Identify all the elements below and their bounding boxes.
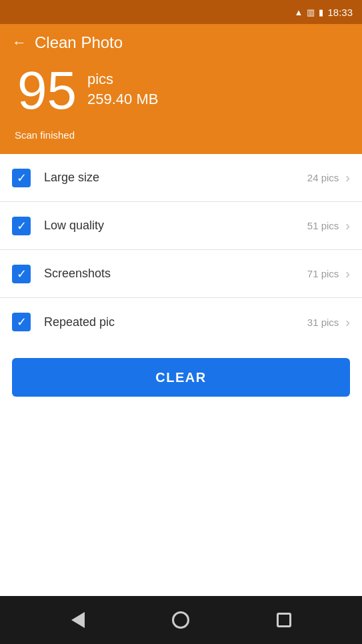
clear-section: CLEAR: [0, 346, 362, 413]
header: ← Clean Photo 95 pics 259.40 MB Scan fin…: [0, 24, 362, 154]
stat-mb-label: 259.40 MB: [87, 91, 158, 108]
scan-status: Scan finished: [12, 129, 350, 141]
nav-back-button[interactable]: [65, 607, 91, 633]
item-count: 51 pics: [307, 220, 339, 231]
nav-home-button[interactable]: [167, 607, 194, 633]
nav-recents-button[interactable]: [271, 607, 297, 633]
back-button[interactable]: ←: [12, 35, 27, 50]
list-item[interactable]: ✓Large size24 pics›: [0, 154, 362, 202]
signal-icon: ▥: [307, 7, 315, 17]
clear-button[interactable]: CLEAR: [12, 358, 350, 397]
page-title: Clean Photo: [35, 33, 123, 52]
header-stats: 95 pics 259.40 MB: [12, 64, 350, 117]
status-bar: ▲ ▥ ▮ 18:33: [0, 0, 362, 24]
chevron-right-icon: ›: [345, 218, 350, 233]
chevron-right-icon: ›: [345, 315, 350, 330]
checkmark-icon: ✓: [17, 268, 27, 280]
list-item[interactable]: ✓Screenshots71 pics›: [0, 250, 362, 298]
item-label: Repeated pic: [44, 315, 307, 329]
chevron-right-icon: ›: [345, 170, 350, 185]
checkmark-icon: ✓: [17, 316, 27, 328]
item-label: Large size: [44, 171, 307, 185]
checkbox[interactable]: ✓: [12, 169, 31, 187]
content: ✓Large size24 pics›✓Low quality51 pics›✓…: [0, 154, 362, 596]
stat-labels: pics 259.40 MB: [87, 64, 158, 108]
checkmark-icon: ✓: [17, 220, 27, 232]
item-count: 31 pics: [307, 317, 339, 328]
status-icons: ▲ ▥ ▮ 18:33: [295, 7, 353, 18]
item-count: 24 pics: [307, 172, 339, 183]
recents-square-icon: [277, 613, 291, 627]
battery-icon: ▮: [319, 7, 323, 17]
list: ✓Large size24 pics›✓Low quality51 pics›✓…: [0, 154, 362, 346]
checkmark-icon: ✓: [17, 172, 27, 184]
item-label: Screenshots: [44, 267, 307, 281]
stat-number: 95: [17, 64, 77, 117]
stat-pics-label: pics: [87, 71, 158, 88]
list-item[interactable]: ✓Low quality51 pics›: [0, 202, 362, 250]
checkbox[interactable]: ✓: [12, 313, 31, 331]
back-triangle-icon: [71, 612, 85, 628]
item-count: 71 pics: [307, 268, 339, 279]
chevron-right-icon: ›: [345, 266, 350, 281]
item-label: Low quality: [44, 219, 307, 233]
status-time: 18:33: [327, 7, 353, 18]
home-circle-icon: [172, 611, 189, 629]
middle-spacer: [0, 413, 362, 596]
list-item[interactable]: ✓Repeated pic31 pics›: [0, 298, 362, 346]
wifi-icon: ▲: [295, 7, 303, 17]
checkbox[interactable]: ✓: [12, 265, 31, 283]
checkbox[interactable]: ✓: [12, 217, 31, 235]
header-top: ← Clean Photo: [12, 33, 350, 52]
nav-bar: [0, 596, 362, 644]
